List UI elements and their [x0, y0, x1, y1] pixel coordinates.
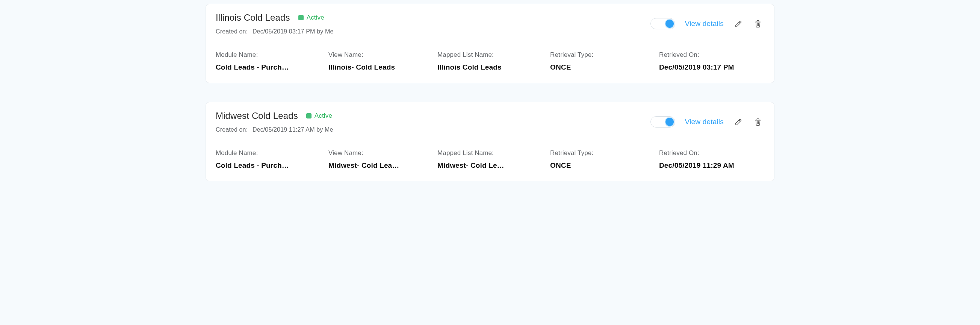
cell-module-name: Module Name: Cold Leads - Purch…	[216, 149, 313, 170]
cell-mapped-list-name: Mapped List Name: Illinois Cold Leads	[438, 51, 535, 72]
view-details-link[interactable]: View details	[685, 19, 724, 28]
edit-button[interactable]	[733, 117, 743, 127]
card-illinois-cold-leads: Illinois Cold Leads Active Created on: D…	[205, 4, 775, 83]
title-row: Illinois Cold Leads Active	[216, 13, 333, 23]
head-right: View details	[651, 116, 764, 128]
created-on: Created on: Dec/05/2019 03:17 PM by Me	[216, 28, 333, 35]
card-title: Illinois Cold Leads	[216, 13, 290, 23]
head-left: Illinois Cold Leads Active Created on: D…	[216, 13, 333, 35]
toggle-knob	[665, 19, 674, 28]
retrieval-type-value: ONCE	[550, 63, 648, 72]
status-badge: Active	[306, 112, 332, 120]
head-right: View details	[651, 18, 764, 29]
delete-button[interactable]	[753, 19, 763, 29]
retrieval-type-label: Retrieval Type:	[550, 51, 648, 59]
created-on-value: Dec/05/2019 11:27 AM by Me	[253, 126, 333, 133]
retrieved-on-label: Retrieved On:	[659, 149, 764, 157]
status-dot	[298, 15, 304, 20]
trash-icon	[754, 19, 762, 28]
view-details-link[interactable]: View details	[685, 118, 724, 126]
mapped-list-name-value: Midwest- Cold Le…	[438, 162, 535, 170]
retrieved-on-value: Dec/05/2019 11:29 AM	[659, 162, 764, 170]
created-on-label: Created on:	[216, 126, 248, 133]
pencil-icon	[734, 118, 743, 126]
created-on: Created on: Dec/05/2019 11:27 AM by Me	[216, 126, 333, 133]
module-name-label: Module Name:	[216, 149, 313, 157]
view-name-value: Illinois- Cold Leads	[328, 63, 426, 72]
module-name-label: Module Name:	[216, 51, 313, 59]
cell-mapped-list-name: Mapped List Name: Midwest- Cold Le…	[438, 149, 535, 170]
card-body: Module Name: Cold Leads - Purch… View Na…	[206, 140, 774, 181]
cell-retrieval-type: Retrieval Type: ONCE	[550, 51, 648, 72]
retrieval-type-label: Retrieval Type:	[550, 149, 648, 157]
pencil-icon	[734, 19, 743, 28]
cell-view-name: View Name: Illinois- Cold Leads	[328, 51, 426, 72]
card-title: Midwest Cold Leads	[216, 110, 298, 121]
status-dot	[306, 113, 312, 118]
cards-wrap: Illinois Cold Leads Active Created on: D…	[202, 0, 778, 192]
view-name-label: View Name:	[328, 149, 426, 157]
mapped-list-name-label: Mapped List Name:	[438, 51, 535, 59]
retrieved-on-value: Dec/05/2019 03:17 PM	[659, 63, 764, 72]
view-name-value: Midwest- Cold Lea…	[328, 162, 426, 170]
status-badge: Active	[298, 14, 324, 21]
head-left: Midwest Cold Leads Active Created on: De…	[216, 110, 333, 133]
cell-module-name: Module Name: Cold Leads - Purch…	[216, 51, 313, 72]
delete-button[interactable]	[753, 117, 763, 127]
retrieved-on-label: Retrieved On:	[659, 51, 764, 59]
cell-view-name: View Name: Midwest- Cold Lea…	[328, 149, 426, 170]
status-text: Active	[307, 14, 324, 21]
view-name-label: View Name:	[328, 51, 426, 59]
mapped-list-name-label: Mapped List Name:	[438, 149, 535, 157]
module-name-value: Cold Leads - Purch…	[216, 162, 313, 170]
card-head: Midwest Cold Leads Active Created on: De…	[206, 102, 774, 140]
active-toggle[interactable]	[651, 18, 675, 29]
created-on-label: Created on:	[216, 28, 248, 35]
retrieval-type-value: ONCE	[550, 162, 648, 170]
created-on-value: Dec/05/2019 03:17 PM by Me	[253, 28, 334, 35]
active-toggle[interactable]	[651, 116, 675, 128]
cell-retrieval-type: Retrieval Type: ONCE	[550, 149, 648, 170]
title-row: Midwest Cold Leads Active	[216, 110, 333, 121]
mapped-list-name-value: Illinois Cold Leads	[438, 63, 535, 72]
status-text: Active	[315, 112, 332, 120]
card-head: Illinois Cold Leads Active Created on: D…	[206, 4, 774, 42]
trash-icon	[754, 118, 762, 126]
card-midwest-cold-leads: Midwest Cold Leads Active Created on: De…	[205, 102, 775, 181]
edit-button[interactable]	[733, 19, 743, 29]
toggle-knob	[665, 118, 674, 126]
cell-retrieved-on: Retrieved On: Dec/05/2019 11:29 AM	[659, 149, 764, 170]
cell-retrieved-on: Retrieved On: Dec/05/2019 03:17 PM	[659, 51, 764, 72]
card-body: Module Name: Cold Leads - Purch… View Na…	[206, 42, 774, 83]
module-name-value: Cold Leads - Purch…	[216, 63, 313, 72]
